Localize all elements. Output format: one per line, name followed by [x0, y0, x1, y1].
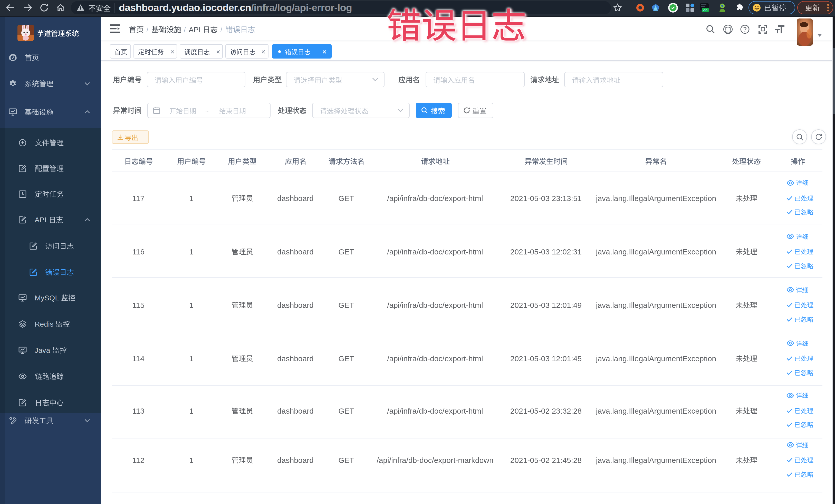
- svg-text:on: on: [703, 8, 708, 12]
